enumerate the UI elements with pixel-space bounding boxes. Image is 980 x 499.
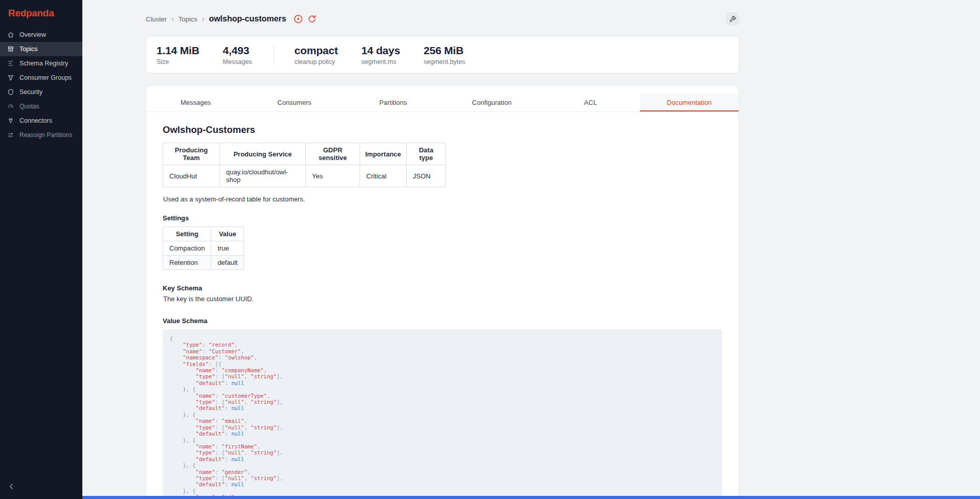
sidebar-item-consumer-groups[interactable]: Consumer Groups: [0, 71, 82, 85]
sidebar-item-security[interactable]: Security: [0, 85, 82, 99]
topic-detail-card: MessagesConsumersPartitionsConfiguration…: [146, 85, 739, 499]
sidebar-item-label: Connectors: [19, 117, 52, 124]
breadcrumb: Cluster›Topics›owlshop-customers: [146, 14, 286, 24]
tab-consumers[interactable]: Consumers: [245, 93, 344, 111]
table-cell: default: [211, 256, 244, 270]
table-header-row: SettingValue: [163, 227, 244, 241]
app-root: Redpanda OverviewTopicsSchema RegistryCo…: [0, 0, 980, 499]
sidebar-item-label: Consumer Groups: [19, 74, 72, 81]
stat-label: cleanup.policy: [295, 58, 338, 65]
redpanda-logo: Redpanda: [0, 0, 82, 26]
table-header-cell: Importance: [360, 143, 407, 165]
stat-cleanup-policy: compactcleanup.policy: [295, 44, 338, 65]
table-header-cell: Value: [211, 227, 244, 241]
settings-button[interactable]: [726, 12, 739, 26]
shield-icon: [7, 88, 14, 96]
settings-heading: Settings: [163, 214, 722, 222]
wrench-icon: [729, 15, 737, 23]
tab-documentation[interactable]: Documentation: [640, 93, 739, 111]
stat-label: Size: [157, 58, 199, 65]
table-cell: Compaction: [163, 241, 211, 256]
sidebar-item-label: Overview: [19, 31, 46, 38]
stat-messages: 4,493Messages: [223, 44, 252, 65]
stat-value: 1.14 MiB: [157, 44, 199, 57]
settings-table: SettingValueCompactiontrueRetentiondefau…: [163, 226, 244, 270]
sidebar-item-quotas[interactable]: Quotas: [0, 99, 82, 114]
table-header-cell: Producing Team: [163, 143, 220, 165]
stat-label: segment.bytes: [424, 58, 465, 65]
table-cell: Critical: [360, 165, 407, 187]
table-header-cell: GDPR sensitive: [306, 143, 360, 165]
sidebar-item-label: Topics: [19, 46, 37, 53]
table-header-cell: Data type: [407, 143, 446, 165]
main-area: Cluster›Topics›owlshop-customers 1.14 Mi…: [82, 0, 980, 499]
breadcrumb-separator: ›: [202, 15, 205, 23]
table-head: Producing TeamProducing ServiceGDPR sens…: [163, 143, 446, 165]
table-header-cell: Setting: [163, 227, 211, 241]
breadcrumb-item-owlshop-customers: owlshop-customers: [209, 14, 286, 24]
table-cell: true: [211, 241, 244, 256]
stat-value: 256 MiB: [424, 44, 465, 57]
sidebar-nav: OverviewTopicsSchema RegistryConsumer Gr…: [0, 28, 82, 142]
sidebar-item-overview[interactable]: Overview: [0, 28, 82, 42]
table-header-cell: Producing Service: [220, 143, 306, 165]
stat-segment-bytes: 256 MiBsegment.bytes: [424, 44, 465, 65]
stat-divider: [274, 45, 274, 65]
table-cell: quay.io/cloudhut/owl-shop: [220, 165, 306, 187]
sidebar-item-label: Quotas: [19, 103, 39, 110]
sidebar: Redpanda OverviewTopicsSchema RegistryCo…: [0, 0, 82, 499]
reassign-icon: [7, 131, 14, 139]
breadcrumb-separator: ›: [171, 15, 174, 23]
stat-value: 4,493: [223, 44, 252, 57]
stat-size: 1.14 MiBSize: [157, 44, 199, 65]
breadcrumb-item-topics[interactable]: Topics: [179, 15, 197, 23]
sidebar-item-topics[interactable]: Topics: [0, 42, 82, 56]
sidebar-item-label: Reassign Partitions: [19, 131, 72, 139]
topic-info-table: Producing TeamProducing ServiceGDPR sens…: [163, 143, 446, 187]
tab-configuration[interactable]: Configuration: [442, 93, 541, 111]
sidebar-item-label: Security: [19, 88, 42, 96]
plug-icon: [7, 117, 14, 124]
table-body: CompactiontrueRetentiondefault: [163, 241, 244, 270]
table-row: CloudHutquay.io/cloudhut/owl-shopYesCrit…: [163, 165, 446, 187]
stat-label: segment.ms: [362, 58, 400, 65]
topics-icon: [7, 46, 14, 53]
sidebar-collapse-button[interactable]: [4, 480, 18, 494]
sidebar-item-label: Schema Registry: [19, 60, 68, 67]
gauge-icon: [7, 103, 14, 110]
breadcrumb-item-cluster[interactable]: Cluster: [146, 15, 167, 23]
funnel-icon: [7, 74, 14, 81]
sidebar-item-connectors[interactable]: Connectors: [0, 114, 82, 128]
table-row: Retentiondefault: [163, 256, 244, 270]
sidebar-item-schema-registry[interactable]: Schema Registry: [0, 56, 82, 71]
tab-acl[interactable]: ACL: [541, 93, 640, 111]
table-header-row: Producing TeamProducing ServiceGDPR sens…: [163, 143, 446, 165]
doc-title: Owlshop-Customers: [163, 124, 722, 135]
table-body: CloudHutquay.io/cloudhut/owl-shopYesCrit…: [163, 165, 446, 187]
documentation-panel: Owlshop-Customers Producing TeamProducin…: [146, 112, 739, 499]
key-schema-text: The key is the customer UUID.: [163, 295, 722, 303]
value-schema-heading: Value Schema: [163, 317, 722, 325]
refresh-icon: [307, 14, 317, 24]
topic-play-button[interactable]: [294, 14, 303, 24]
stat-label: Messages: [223, 58, 252, 65]
value-schema-code: { "type": "record", "name": "Customer", …: [163, 329, 722, 499]
sidebar-item-reassign-partitions[interactable]: Reassign Partitions: [0, 128, 82, 142]
stat-value: compact: [295, 44, 338, 57]
table-row: Compactiontrue: [163, 241, 244, 256]
table-cell: Retention: [163, 256, 211, 270]
topic-actions: [294, 14, 317, 24]
horizontal-scrollbar[interactable]: [82, 496, 980, 499]
schema-registry-icon: [7, 60, 14, 67]
tab-partitions[interactable]: Partitions: [344, 93, 442, 111]
page-header: Cluster›Topics›owlshop-customers: [146, 0, 739, 28]
table-cell: CloudHut: [163, 165, 220, 187]
play-circle-icon: [294, 14, 303, 24]
table-cell: Yes: [306, 165, 360, 187]
key-schema-heading: Key Schema: [163, 284, 722, 292]
tab-messages[interactable]: Messages: [146, 93, 245, 111]
table-cell: JSON: [407, 165, 446, 187]
refresh-button[interactable]: [307, 14, 317, 24]
doc-description: Used as a system-of-record table for cus…: [163, 195, 722, 203]
home-icon: [7, 31, 14, 38]
